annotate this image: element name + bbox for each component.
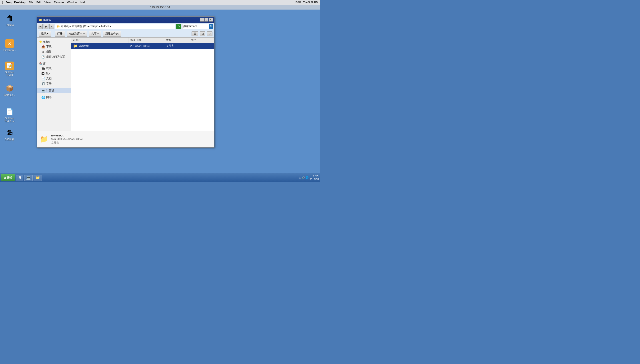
menu-file[interactable]: File [29,1,33,4]
music-icon: 🎵 [41,82,45,86]
desktop-icon-360compress[interactable]: 🗜 360压缩 [2,128,17,141]
taskbar-clock: 17:29 2017/5/2 [310,174,319,181]
col-header-name[interactable]: 名称 ↑ [71,38,128,43]
taskbar-tray: ▲ 🔊 🌐 [299,176,309,179]
win-filelist: 名称 ↑ 修改日期 类型 大小 📁 wwwroot 2017/4/28 18:0… [71,38,214,131]
start-button[interactable]: ⊞ 开始 [1,174,15,181]
recent-icon: 🕐 [41,55,45,59]
open-label: 打开 [57,32,62,36]
open-button[interactable]: 打开 [55,31,65,37]
share-label: 共享 ▾ [91,32,99,36]
documents-icon: 📄 [41,77,45,80]
clock-time: 17:29 [310,174,319,178]
refresh-button[interactable]: ↻ [176,24,181,29]
360zip-label: 360zip_s... [4,94,15,96]
share-button[interactable]: 共享 ▾ [89,31,101,37]
file-list-body: 📁 wwwroot 2017/4/28 18:03 文件夹 [71,43,214,131]
desktop-icon-sublime-rar[interactable]: 📄 SublimeText 3.rar [2,107,17,123]
menu-window[interactable]: Window [67,1,77,4]
start-label: 开始 [7,176,12,180]
sublime-rar-label: SublimeText 3.rar [4,117,15,123]
view-list-button[interactable]: ☰ [192,31,198,36]
sidebar-item-video[interactable]: 🎬 视频 [37,66,71,71]
address-path[interactable]: 📂 计算机 ▸ 本地磁盘 (C:) ▸ xampp ▸ htdocs ▸ [55,24,175,29]
menu-remote[interactable]: Remote [54,1,64,4]
sidebar-item-recent[interactable]: 🕐 最近访问的位置 [37,54,71,59]
computer-label: 计算机 [46,89,54,92]
desktop-icon-xampp[interactable]: X xampp-wi... [2,39,17,52]
mac-menubar:  Jump Desktop File Edit View Remote Win… [0,0,320,5]
sidebar-item-desktop[interactable]: 🖥 桌面 [37,49,71,54]
new-folder-button[interactable]: 新建文件夹 [103,31,121,37]
computer-icon: 💻 [41,89,45,92]
col-header-date[interactable]: 修改日期 [128,38,164,43]
menu-edit[interactable]: Edit [36,1,41,4]
desktop-icon-sublime[interactable]: 📝 SublimeText 3 [2,62,17,77]
forward-button[interactable]: ▶ [44,24,48,29]
back-button[interactable]: ◀ [38,24,43,29]
xampp-label: xampp-wi... [3,49,16,52]
menu-help[interactable]: Help [80,1,86,4]
pictures-label: 图片 [46,72,51,75]
view-pane-button[interactable]: ⊡ [200,31,205,36]
360compress-icon: 🗜 [5,128,14,137]
file-name-wwwroot: 📁 wwwroot [71,44,128,48]
menu-items: Jump Desktop File Edit View Remote Windo… [6,1,294,4]
pictures-icon: 🖼 [41,72,44,75]
sublime-rar-icon: 📄 [5,107,14,116]
status-info: wwwroot 修改日期: 2017/4/28 18:03 文件夹 [51,134,82,145]
file-row-wwwroot[interactable]: 📁 wwwroot 2017/4/28 18:03 文件夹 [71,43,214,49]
menu-view[interactable]: View [44,1,51,4]
search-input[interactable] [182,24,209,29]
sidebar-item-network[interactable]: 🌐 网络 [37,95,71,100]
status-name: wwwroot [51,134,82,137]
battery-status: 100% [294,1,301,4]
win-main: ⭐ 收藏夹 📥 下载 🖥 桌面 🕐 最近访问的位置 📚 [37,38,214,131]
sidebar-item-documents[interactable]: 📄 文档 [37,76,71,81]
file-type-wwwroot: 文件夹 [164,44,189,48]
desktop-icon-recycle[interactable]: 🗑 回收站 [2,14,18,26]
status-detail: 修改日期: 2017/4/28 18:03 [51,137,82,141]
organize-label: 组织 ▾ [41,32,48,36]
organize-button[interactable]: 组织 ▾ [39,31,51,37]
address-folder-icon: 📂 [57,25,60,28]
minimize-button[interactable]: ─ [200,18,204,22]
status-bar: 📁 wwwroot 修改日期: 2017/4/28 18:03 文件夹 [37,131,214,147]
search-button[interactable]: 🔍 [209,24,213,29]
file-list-header: 名称 ↑ 修改日期 类型 大小 [71,38,214,43]
include-library-button[interactable]: 包含到库中 ▾ [67,31,87,37]
taskbar-btn-1[interactable]: 🖥 [16,175,23,181]
close-button[interactable]: ✕ [209,18,213,22]
col-header-size[interactable]: 大小 [189,38,214,43]
network-label: 网络 [46,96,52,99]
sidebar-item-downloads[interactable]: 📥 下载 [37,44,71,49]
favorites-label: 收藏夹 [43,40,50,44]
remote-ip: 119.23.150.164 [150,6,170,9]
recycle-label: 回收站 [6,24,14,26]
up-button[interactable]: ▲ [49,24,54,29]
taskbar-btn-2[interactable]: 💻 [24,175,33,181]
downloads-icon: 📥 [41,45,45,48]
desktop-icon-360zip[interactable]: 📦 360zip_s... [2,84,17,96]
sidebar-item-pictures[interactable]: 🖼 图片 [37,71,71,76]
video-icon: 🎬 [41,67,45,70]
apple-menu[interactable]:  [2,1,3,4]
col-header-type[interactable]: 类型 [164,38,189,43]
search-box: 🔍 [182,24,213,29]
menu-jump-desktop[interactable]: Jump Desktop [6,1,26,4]
video-label: 视频 [46,66,52,70]
taskbar-btn-3[interactable]: 📁 [34,175,42,181]
clock: Tue 5:29 PM [303,1,318,4]
folder-icon-wwwroot: 📁 [73,44,78,48]
file-date-wwwroot: 2017/4/28 18:03 [128,44,164,48]
sidebar-item-computer[interactable]: 💻 计算机 [37,88,71,93]
win-titlebar: 📁 htdocs ─ □ ✕ [37,17,214,23]
explorer-title-icon: 📁 [38,18,42,22]
sublime-label: SublimeText 3 [5,71,14,77]
help-button[interactable]: ? [207,31,212,36]
win-taskbar: ⊞ 开始 🖥 💻 📁 ▲ 🔊 🌐 17:29 2017/5/2 [0,173,320,182]
new-folder-label: 新建文件夹 [105,32,119,36]
maximize-button[interactable]: □ [204,18,208,22]
desktop-icon-sidebar: 🖥 [41,50,44,54]
sidebar-item-music[interactable]: 🎵 音乐 [37,81,71,86]
